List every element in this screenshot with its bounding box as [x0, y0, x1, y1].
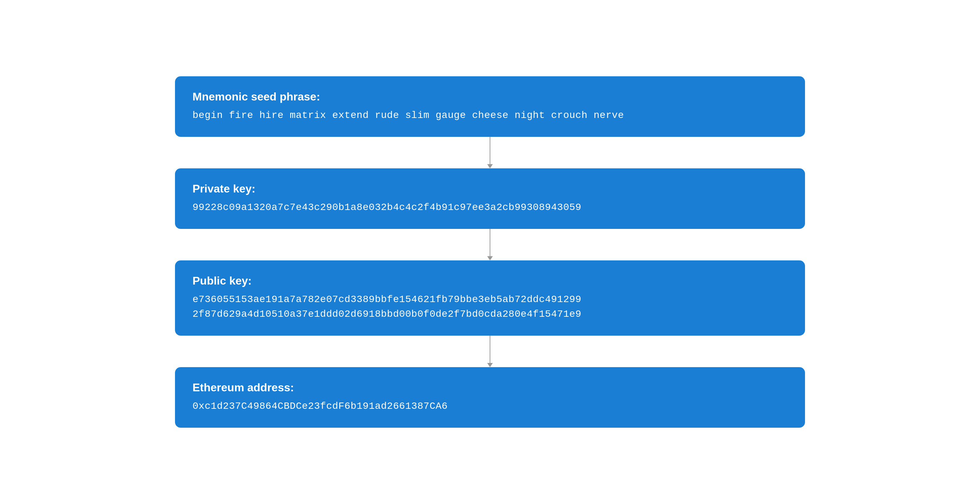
- main-container: Mnemonic seed phrase: begin fire hire ma…: [175, 55, 805, 449]
- mnemonic-value: begin fire hire matrix extend rude slim …: [192, 108, 788, 123]
- public-key-card: Public key: e736055153ae191a7a782e07cd33…: [175, 261, 805, 335]
- arrow-connector-2: [487, 229, 493, 261]
- public-key-value-line1: e736055153ae191a7a782e07cd3389bbfe154621…: [192, 292, 788, 307]
- ethereum-address-card: Ethereum address: 0xc1d237C49864CBDCe23f…: [175, 367, 805, 428]
- private-key-label: Private key:: [192, 182, 788, 195]
- arrow-connector-1: [487, 137, 493, 169]
- arrow-line-1: [490, 137, 490, 164]
- mnemonic-card: Mnemonic seed phrase: begin fire hire ma…: [175, 76, 805, 137]
- private-key-card: Private key: 99228c09a1320a7c7e43c290b1a…: [175, 169, 805, 229]
- arrow-line-3: [490, 335, 490, 363]
- ethereum-address-label: Ethereum address:: [192, 381, 788, 394]
- arrow-line-2: [490, 229, 490, 256]
- arrow-connector-3: [487, 335, 493, 367]
- arrow-head-2: [487, 256, 493, 261]
- private-key-value: 99228c09a1320a7c7e43c290b1a8e032b4c4c2f4…: [192, 200, 788, 215]
- arrow-head-3: [487, 363, 493, 367]
- mnemonic-label: Mnemonic seed phrase:: [192, 90, 788, 103]
- public-key-label: Public key:: [192, 274, 788, 287]
- ethereum-address-value: 0xc1d237C49864CBDCe23fcdF6b191ad2661387C…: [192, 399, 788, 414]
- arrow-head-1: [487, 164, 493, 169]
- public-key-value-line2: 2f87d629a4d10510a37e1ddd02d6918bbd00b0f0…: [192, 307, 788, 322]
